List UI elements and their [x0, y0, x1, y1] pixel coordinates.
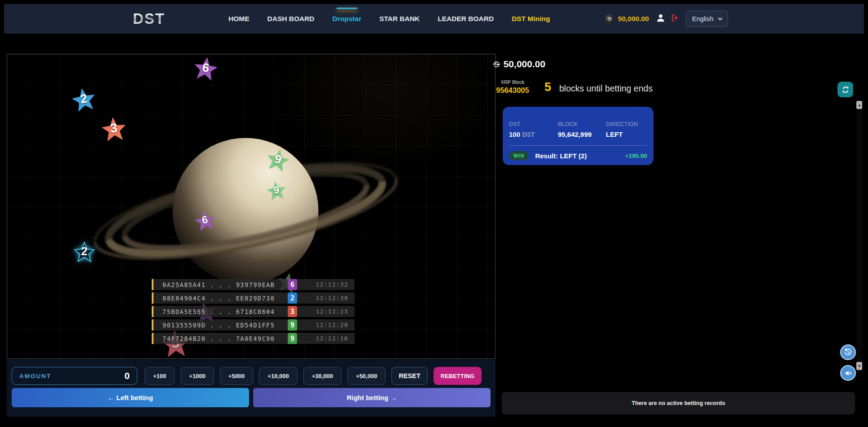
- dst-logo: DST: [133, 10, 165, 27]
- falling-star-9-4: 9: [265, 180, 288, 202]
- hash-time: 12:12:16: [297, 335, 355, 342]
- chip-30000[interactable]: +30,000: [303, 367, 342, 385]
- hash-row: 901355509D . . . ED54D1FF5912:12:20: [152, 319, 355, 331]
- countdown-number: 5: [544, 80, 551, 94]
- xrp-block-value: 95643005: [492, 86, 533, 95]
- chip-5000[interactable]: +5000: [220, 367, 254, 385]
- row-accent-bar: [152, 319, 153, 331]
- nav-item-leader-board[interactable]: LEADER BOARD: [438, 15, 494, 23]
- card-result-text: Result: LEFT (2): [535, 152, 587, 160]
- language-select[interactable]: English: [686, 11, 728, 27]
- amount-value: 0: [124, 370, 130, 381]
- user-icon[interactable]: [656, 13, 666, 25]
- hash-row: 75BDA5E555 . . . 6718C8604312:12:23: [152, 306, 355, 317]
- falling-star-2-1: 2: [70, 86, 98, 114]
- no-records-panel: There are no active betting records: [502, 392, 855, 414]
- dst-coin-icon: S: [605, 14, 614, 24]
- chip-10000[interactable]: +10,000: [259, 367, 297, 385]
- page: DST HOMEDASH BOARDDropstarSTAR BANKLEADE…: [0, 0, 868, 427]
- hash-text: 75BDA5E555 . . . 6718C8604: [162, 308, 275, 315]
- refresh-button[interactable]: [837, 82, 853, 97]
- card-col-direction: DIRECTION: [606, 121, 647, 127]
- falling-star-2-6: 2: [73, 241, 96, 264]
- falling-star-3-2: 3: [100, 116, 128, 144]
- hash-text: 88E84904C4 . . . EE029D730: [162, 295, 275, 302]
- amount-label: AMOUNT: [19, 373, 51, 379]
- star-number: 3: [101, 120, 127, 137]
- star-number: 2: [70, 90, 97, 108]
- result-digit-badge: 2: [288, 292, 297, 304]
- hash-time: 12:12:32: [297, 281, 355, 288]
- card-bet-amount: 100: [509, 131, 520, 138]
- dst-token-icon: S: [494, 60, 500, 69]
- xrp-block-label: XRP Block: [492, 79, 533, 85]
- row-accent-bar: [152, 306, 153, 317]
- row-accent-bar: [152, 279, 153, 290]
- right-arrow-icon: →: [390, 394, 397, 401]
- nav-item-dash-board[interactable]: DASH BOARD: [267, 15, 315, 23]
- win-badge: WIN: [509, 151, 529, 160]
- amount-field[interactable]: AMOUNT 0: [12, 367, 137, 385]
- scrollbar[interactable]: [856, 101, 862, 370]
- hash-row: 74F7284B20 . . . 7A0E49C90912:12:16: [152, 333, 355, 344]
- nav-item-star-bank[interactable]: STAR BANK: [379, 15, 420, 23]
- game-board: 6239962965 0A25A85A41 . . . 939799EAB612…: [7, 54, 495, 359]
- hash-time: 12:12:23: [297, 308, 355, 315]
- rebetting-button[interactable]: REBETTING: [434, 367, 482, 385]
- nav-item-dropstar[interactable]: Dropstar: [333, 15, 362, 23]
- card-block-number: 95,642,999: [558, 131, 606, 139]
- hash-text: 74F7284B20 . . . 7A0E49C90: [162, 335, 275, 342]
- result-digit-badge: 3: [288, 306, 297, 317]
- star-number: 9: [265, 150, 291, 169]
- hash-time: 12:12:30: [297, 295, 355, 301]
- nav-right: S 50,000.00 English: [605, 4, 728, 34]
- chip-50000[interactable]: +50,000: [347, 367, 386, 385]
- card-col-block: BLOCK: [558, 121, 606, 127]
- left-arrow-icon: ←: [108, 394, 114, 401]
- falling-star-6-0: 6: [192, 56, 219, 83]
- betting-controls: AMOUNT 0 +100+1000+5000+10,000+30,000+50…: [7, 359, 495, 417]
- left-betting-button[interactable]: ← Left betting: [12, 388, 249, 407]
- history-button[interactable]: [840, 344, 856, 360]
- card-col-dst: DST: [509, 121, 558, 127]
- falling-star-6-5: 6: [193, 209, 217, 233]
- logout-icon[interactable]: [671, 13, 679, 24]
- hash-row: 88E84904C4 . . . EE029D730212:12:30: [152, 292, 355, 304]
- row-accent-bar: [152, 292, 153, 304]
- hash-row: 0A25A85A41 . . . 939799EAB612:12:32: [152, 279, 355, 290]
- hash-time: 12:12:20: [297, 322, 355, 328]
- bet-buttons-row: ← Left betting Right betting →: [12, 388, 491, 407]
- right-betting-label: Right betting: [347, 394, 388, 401]
- result-digit-badge: 9: [288, 319, 297, 331]
- sidebar-balance-value: 50,000.00: [504, 59, 545, 70]
- hash-text: 0A25A85A41 . . . 939799EAB: [162, 281, 275, 288]
- xrp-block-box: XRP Block 95643005: [492, 79, 533, 95]
- nav-item-home[interactable]: HOME: [228, 15, 250, 23]
- chip-100[interactable]: +100: [145, 367, 175, 385]
- chevron-down-icon: [718, 16, 722, 20]
- mute-button[interactable]: [840, 365, 856, 381]
- falling-star-9-3: 9: [264, 147, 292, 174]
- scroll-up-arrow[interactable]: [856, 101, 862, 109]
- star-number: 9: [266, 183, 287, 197]
- bet-result-card: DST BLOCK DIRECTION 100 DST 95,642,999 L…: [503, 107, 653, 165]
- star-number: 6: [193, 59, 219, 76]
- star-number: 6: [194, 213, 216, 228]
- reset-button[interactable]: RESET: [391, 367, 427, 385]
- row-accent-bar: [152, 333, 153, 344]
- navbar: DST HOMEDASH BOARDDropstarSTAR BANKLEADE…: [4, 4, 864, 34]
- card-bet-unit: DST: [522, 131, 535, 138]
- hash-text: 901355509D . . . ED54D1FF5: [162, 322, 275, 329]
- card-profit: +195.00: [625, 152, 647, 159]
- amount-row: AMOUNT 0 +100+1000+5000+10,000+30,000+50…: [12, 367, 491, 385]
- result-digit-badge: 9: [288, 333, 297, 344]
- chip-1000[interactable]: +1000: [180, 367, 214, 385]
- card-divider: [509, 145, 647, 146]
- scroll-down-arrow[interactable]: [856, 362, 862, 370]
- right-betting-button[interactable]: Right betting →: [253, 388, 491, 407]
- nav-item-dst-mining[interactable]: DST Mining: [512, 15, 550, 23]
- hash-history-list: 0A25A85A41 . . . 939799EAB612:12:3288E84…: [152, 279, 355, 346]
- card-direction: LEFT: [606, 131, 647, 139]
- left-betting-label: Left betting: [116, 394, 153, 401]
- countdown-text: blocks until betting ends: [559, 83, 653, 94]
